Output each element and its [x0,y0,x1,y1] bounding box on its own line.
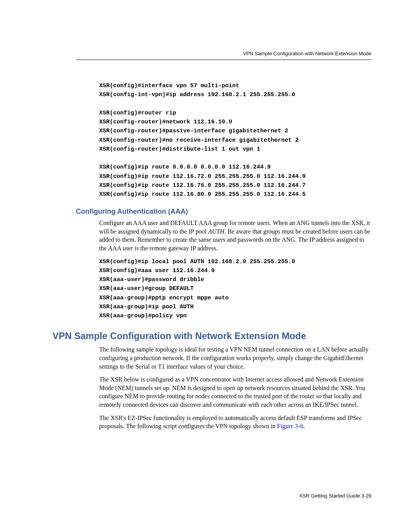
code-block-2: XSR(config)#ip local pool AUTH 192.168.2… [99,257,371,321]
section-heading: VPN Sample Configuration with Network Ex… [52,331,371,341]
para4-text-b: . [303,423,305,429]
code-block-1: XSR(config)#interface vpn 57 multi-point… [99,81,371,199]
paragraph-nem-2: The XSR below is configured as a VPN con… [99,375,371,409]
running-head: VPN Sample Configuration with Network Ex… [76,51,371,56]
para4-text-a: The XSR's EZ-IPSec functionality is empl… [99,415,362,430]
paragraph-nem-3: The XSR's EZ-IPSec functionality is empl… [99,414,371,431]
paragraph-aaa-intro: Configure an AAA user and DEFAULT AAA gr… [99,219,371,252]
header-rule [76,60,371,60]
paragraph-nem-1: The following sample topology is ideal f… [99,345,371,371]
para1-italic: AUTH [208,228,224,235]
figure-link[interactable]: Figure 3-6 [277,423,303,429]
page-footer: XSR Getting Started Guide 3-29 [76,493,371,499]
subsection-heading: Configuring Authentication (AAA) [76,207,371,216]
